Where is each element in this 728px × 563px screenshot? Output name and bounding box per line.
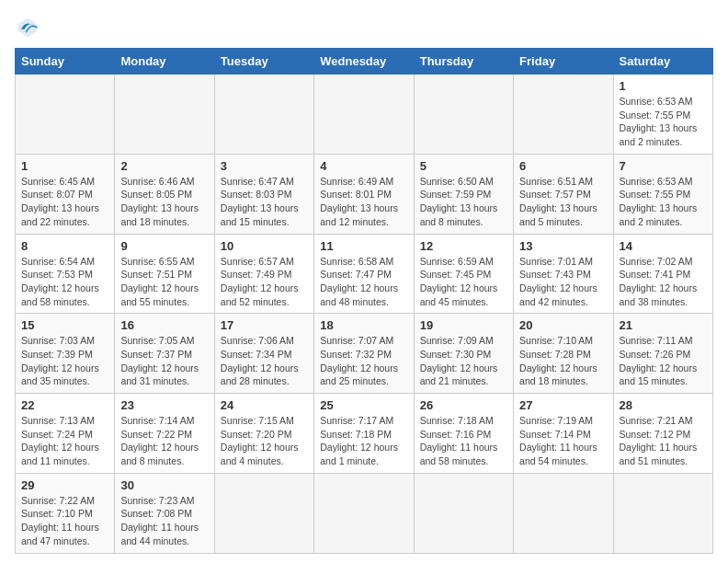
calendar-day: 22Sunrise: 7:13 AMSunset: 7:24 PMDayligh… (16, 394, 115, 474)
day-number: 5 (420, 159, 507, 173)
day-number: 29 (21, 478, 108, 492)
day-number: 19 (420, 318, 507, 332)
calendar-day: 24Sunrise: 7:15 AMSunset: 7:20 PMDayligh… (214, 394, 313, 474)
calendar-day: 30Sunrise: 7:23 AMSunset: 7:08 PMDayligh… (115, 473, 214, 553)
calendar-day (214, 75, 313, 155)
day-info: Sunrise: 7:22 AMSunset: 7:10 PMDaylight:… (21, 494, 108, 548)
day-header-sunday: Sunday (16, 49, 115, 75)
calendar-day (514, 75, 613, 155)
calendar-day: 27Sunrise: 7:19 AMSunset: 7:14 PMDayligh… (514, 394, 613, 474)
day-number: 8 (21, 239, 108, 253)
calendar-day: 26Sunrise: 7:18 AMSunset: 7:16 PMDayligh… (414, 394, 513, 474)
day-number: 17 (221, 318, 308, 332)
day-header-saturday: Saturday (613, 49, 712, 75)
calendar-day: 9Sunrise: 6:55 AMSunset: 7:51 PMDaylight… (115, 234, 214, 314)
calendar-day (514, 473, 613, 553)
day-number: 26 (420, 398, 507, 412)
calendar-day (16, 75, 115, 155)
calendar-day: 5Sunrise: 6:50 AMSunset: 7:59 PMDaylight… (414, 154, 513, 234)
day-info: Sunrise: 7:06 AMSunset: 7:34 PMDaylight:… (221, 334, 308, 388)
day-info: Sunrise: 7:13 AMSunset: 7:24 PMDaylight:… (21, 414, 108, 468)
day-info: Sunrise: 6:54 AMSunset: 7:53 PMDaylight:… (21, 255, 108, 309)
day-number: 23 (120, 398, 208, 412)
day-info: Sunrise: 7:18 AMSunset: 7:16 PMDaylight:… (420, 414, 507, 468)
day-header-monday: Monday (115, 49, 214, 75)
day-number: 12 (420, 239, 507, 253)
calendar-day (314, 75, 414, 155)
calendar-day: 20Sunrise: 7:10 AMSunset: 7:28 PMDayligh… (514, 314, 613, 394)
calendar-day: 23Sunrise: 7:14 AMSunset: 7:22 PMDayligh… (115, 394, 214, 474)
day-number: 9 (120, 239, 208, 253)
calendar-day (314, 473, 414, 553)
day-info: Sunrise: 7:01 AMSunset: 7:43 PMDaylight:… (519, 255, 607, 309)
calendar-day: 1Sunrise: 6:45 AMSunset: 8:07 PMDaylight… (16, 154, 115, 234)
calendar-day: 1Sunrise: 6:53 AMSunset: 7:55 PMDaylight… (613, 75, 712, 155)
day-info: Sunrise: 7:02 AMSunset: 7:41 PMDaylight:… (620, 255, 707, 309)
day-number: 27 (519, 398, 607, 412)
calendar-day: 7Sunrise: 6:53 AMSunset: 7:55 PMDaylight… (613, 154, 712, 234)
day-number: 1 (620, 79, 707, 93)
calendar-day: 2Sunrise: 6:46 AMSunset: 8:05 PMDaylight… (115, 154, 214, 234)
day-info: Sunrise: 7:07 AMSunset: 7:32 PMDaylight:… (320, 334, 407, 388)
day-info: Sunrise: 6:55 AMSunset: 7:51 PMDaylight:… (120, 255, 208, 309)
calendar-day: 6Sunrise: 6:51 AMSunset: 7:57 PMDaylight… (514, 154, 613, 234)
calendar-day: 13Sunrise: 7:01 AMSunset: 7:43 PMDayligh… (514, 234, 613, 314)
day-number: 10 (221, 239, 308, 253)
day-number: 13 (519, 239, 607, 253)
day-number: 14 (620, 239, 707, 253)
day-info: Sunrise: 6:46 AMSunset: 8:05 PMDaylight:… (120, 175, 208, 229)
day-info: Sunrise: 6:53 AMSunset: 7:55 PMDaylight:… (620, 175, 707, 229)
calendar-week-3: 15Sunrise: 7:03 AMSunset: 7:39 PMDayligh… (16, 314, 713, 394)
day-info: Sunrise: 6:50 AMSunset: 7:59 PMDaylight:… (420, 175, 507, 229)
day-number: 3 (221, 159, 308, 173)
calendar-day: 8Sunrise: 6:54 AMSunset: 7:53 PMDaylight… (16, 234, 115, 314)
calendar-day (613, 473, 712, 553)
day-info: Sunrise: 6:49 AMSunset: 8:01 PMDaylight:… (320, 175, 407, 229)
day-info: Sunrise: 7:05 AMSunset: 7:37 PMDaylight:… (120, 334, 208, 388)
calendar-day (414, 75, 513, 155)
calendar-week-4: 22Sunrise: 7:13 AMSunset: 7:24 PMDayligh… (16, 394, 713, 474)
calendar-week-2: 8Sunrise: 6:54 AMSunset: 7:53 PMDaylight… (16, 234, 713, 314)
day-info: Sunrise: 7:10 AMSunset: 7:28 PMDaylight:… (519, 334, 607, 388)
day-number: 18 (320, 318, 407, 332)
calendar-week-5: 29Sunrise: 7:22 AMSunset: 7:10 PMDayligh… (16, 473, 713, 553)
day-info: Sunrise: 7:09 AMSunset: 7:30 PMDaylight:… (420, 334, 507, 388)
day-info: Sunrise: 6:47 AMSunset: 8:03 PMDaylight:… (221, 175, 308, 229)
calendar-day: 3Sunrise: 6:47 AMSunset: 8:03 PMDaylight… (214, 154, 313, 234)
logo-icon (15, 15, 40, 40)
calendar-day: 11Sunrise: 6:58 AMSunset: 7:47 PMDayligh… (314, 234, 414, 314)
day-header-tuesday: Tuesday (214, 49, 313, 75)
day-number: 11 (320, 239, 407, 253)
calendar-day: 10Sunrise: 6:57 AMSunset: 7:49 PMDayligh… (214, 234, 313, 314)
day-header-friday: Friday (514, 49, 613, 75)
day-number: 15 (21, 318, 108, 332)
day-info: Sunrise: 7:19 AMSunset: 7:14 PMDaylight:… (519, 414, 607, 468)
svg-marker-0 (18, 18, 38, 38)
calendar-table: SundayMondayTuesdayWednesdayThursdayFrid… (15, 48, 713, 554)
days-of-week-row: SundayMondayTuesdayWednesdayThursdayFrid… (16, 49, 713, 75)
calendar-week-1: 1Sunrise: 6:45 AMSunset: 8:07 PMDaylight… (16, 154, 713, 234)
calendar-day: 28Sunrise: 7:21 AMSunset: 7:12 PMDayligh… (613, 394, 712, 474)
day-info: Sunrise: 6:45 AMSunset: 8:07 PMDaylight:… (21, 175, 108, 229)
day-info: Sunrise: 7:14 AMSunset: 7:22 PMDaylight:… (120, 414, 208, 468)
day-number: 7 (620, 159, 707, 173)
day-number: 22 (21, 398, 108, 412)
day-info: Sunrise: 7:03 AMSunset: 7:39 PMDaylight:… (21, 334, 108, 388)
day-info: Sunrise: 6:53 AMSunset: 7:55 PMDaylight:… (620, 95, 707, 149)
day-number: 24 (221, 398, 308, 412)
calendar-day (414, 473, 513, 553)
day-info: Sunrise: 7:23 AMSunset: 7:08 PMDaylight:… (120, 494, 208, 548)
day-number: 21 (620, 318, 707, 332)
calendar-day: 16Sunrise: 7:05 AMSunset: 7:37 PMDayligh… (115, 314, 214, 394)
calendar-day: 14Sunrise: 7:02 AMSunset: 7:41 PMDayligh… (613, 234, 712, 314)
calendar-day: 18Sunrise: 7:07 AMSunset: 7:32 PMDayligh… (314, 314, 414, 394)
calendar-day: 12Sunrise: 6:59 AMSunset: 7:45 PMDayligh… (414, 234, 513, 314)
calendar-day (214, 473, 313, 553)
day-number: 25 (320, 398, 407, 412)
day-number: 28 (620, 398, 707, 412)
day-header-thursday: Thursday (414, 49, 513, 75)
calendar-day: 17Sunrise: 7:06 AMSunset: 7:34 PMDayligh… (214, 314, 313, 394)
day-number: 20 (519, 318, 607, 332)
day-number: 30 (120, 478, 208, 492)
calendar-day: 19Sunrise: 7:09 AMSunset: 7:30 PMDayligh… (414, 314, 513, 394)
